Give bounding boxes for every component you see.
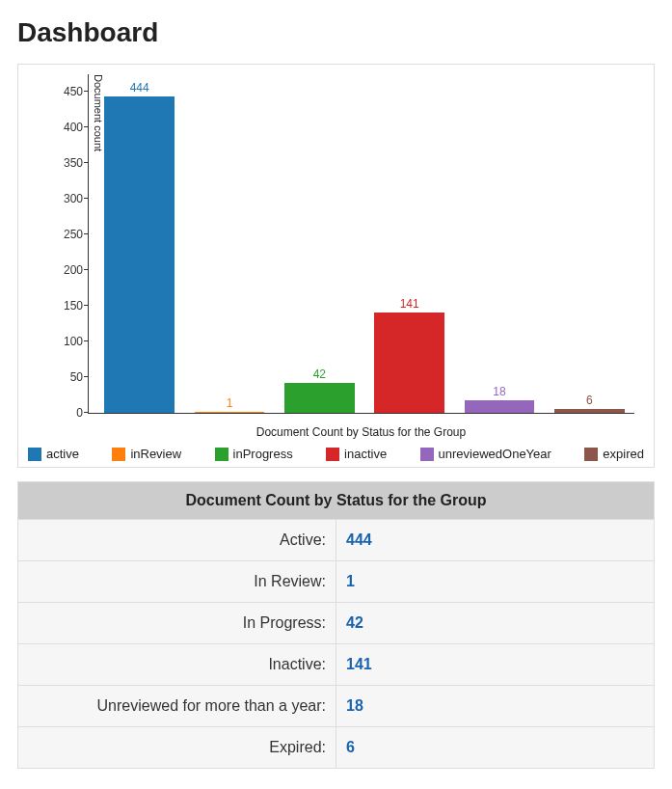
y-tick-mark [84, 91, 89, 93]
legend-swatch [584, 448, 598, 461]
chart-card: Document count 444142141186 050100150200… [17, 64, 655, 468]
page-title: Dashboard [17, 17, 655, 48]
status-table: Document Count by Status for the Group A… [17, 481, 655, 769]
legend-swatch [326, 448, 339, 461]
table-row: In Review:1 [18, 561, 655, 603]
bar-value-label: 6 [586, 394, 593, 407]
y-tick-label: 300 [42, 192, 83, 205]
table-row-value-cell: 444 [336, 520, 655, 561]
y-tick-mark [84, 198, 89, 200]
bar-inReview[interactable]: 1 [184, 74, 274, 413]
y-tick-label: 150 [42, 299, 83, 313]
table-row-value-cell: 1 [336, 561, 655, 603]
y-tick-mark [84, 340, 89, 342]
table-row-value-link[interactable]: 444 [346, 531, 372, 548]
bar-inProgress[interactable]: 42 [275, 74, 364, 413]
y-tick-mark [84, 269, 89, 271]
table-row-label: Inactive: [18, 644, 336, 686]
bar-value-label: 141 [400, 297, 419, 311]
legend-item-inactive[interactable]: inactive [326, 447, 387, 461]
bar-value-label: 18 [493, 385, 505, 398]
bar-expired[interactable]: 6 [545, 74, 634, 413]
bar-rect [284, 383, 355, 413]
bar-active[interactable]: 444 [94, 74, 184, 413]
table-row-label: In Progress: [18, 603, 336, 644]
bar-rect [374, 313, 444, 413]
bar-rect [554, 409, 625, 413]
legend-item-inProgress[interactable]: inProgress [215, 447, 293, 461]
legend-swatch [112, 448, 125, 461]
table-row-label: Unreviewed for more than a year: [18, 686, 336, 727]
table-row: Unreviewed for more than a year:18 [18, 686, 655, 727]
legend-swatch [420, 448, 434, 461]
bar-rect [195, 412, 265, 413]
table-row-value-link[interactable]: 6 [346, 739, 355, 755]
chart-plot: Document count 444142141186 050100150200… [88, 74, 634, 414]
chart-xlabel: Document Count by Status for the Group [88, 425, 634, 439]
table-row-label: Expired: [18, 727, 336, 769]
legend-item-unreviewedOneYear[interactable]: unreviewedOneYear [420, 447, 551, 461]
legend-item-inReview[interactable]: inReview [112, 447, 181, 461]
y-tick-mark [84, 376, 89, 378]
bar-value-label: 444 [130, 81, 149, 95]
bar-unreviewedOneYear[interactable]: 18 [454, 74, 544, 413]
legend-label: active [46, 447, 79, 461]
table-row-value-cell: 6 [336, 727, 655, 769]
table-row-value-cell: 18 [336, 686, 655, 727]
bar-rect [104, 96, 175, 413]
y-tick-mark [84, 412, 89, 414]
table-row-value-cell: 141 [336, 644, 655, 686]
legend-label: inReview [130, 447, 181, 461]
table-row: Expired:6 [18, 727, 655, 769]
y-tick-mark [84, 126, 89, 128]
y-tick-label: 400 [42, 121, 83, 134]
legend-item-active[interactable]: active [28, 447, 79, 461]
y-tick-label: 0 [42, 406, 83, 420]
legend-item-expired[interactable]: expired [584, 447, 644, 461]
table-row-label: In Review: [18, 561, 336, 603]
bar-rect [465, 400, 535, 413]
bar-value-label: 1 [227, 396, 233, 410]
status-table-header: Document Count by Status for the Group [18, 482, 655, 520]
chart-bars: 444142141186 [89, 74, 634, 413]
chart-legend: activeinReviewinProgressinactiveunreview… [28, 447, 644, 461]
y-tick-label: 100 [42, 335, 83, 348]
bar-value-label: 42 [313, 367, 326, 381]
table-row-value-cell: 42 [336, 603, 655, 644]
y-tick-label: 50 [42, 370, 83, 384]
legend-swatch [28, 448, 41, 461]
chart-area: Document count 444142141186 050100150200… [88, 74, 634, 422]
legend-label: unreviewedOneYear [439, 447, 551, 461]
legend-label: inProgress [233, 447, 293, 461]
table-row-value-link[interactable]: 1 [346, 573, 355, 589]
table-row-value-link[interactable]: 141 [346, 656, 372, 672]
bar-inactive[interactable]: 141 [364, 74, 454, 413]
legend-label: inactive [344, 447, 387, 461]
table-row: In Progress:42 [18, 603, 655, 644]
y-tick-label: 350 [42, 156, 83, 170]
table-row-label: Active: [18, 520, 336, 561]
y-tick-mark [84, 305, 89, 307]
legend-swatch [215, 448, 228, 461]
table-row: Active:444 [18, 520, 655, 561]
table-row: Inactive:141 [18, 644, 655, 686]
y-tick-mark [84, 162, 89, 164]
table-row-value-link[interactable]: 42 [346, 614, 363, 631]
y-tick-label: 450 [42, 85, 83, 98]
y-tick-mark [84, 233, 89, 235]
table-row-value-link[interactable]: 18 [346, 697, 363, 714]
legend-label: expired [603, 447, 644, 461]
y-tick-label: 250 [42, 228, 83, 241]
y-tick-label: 200 [42, 263, 83, 277]
